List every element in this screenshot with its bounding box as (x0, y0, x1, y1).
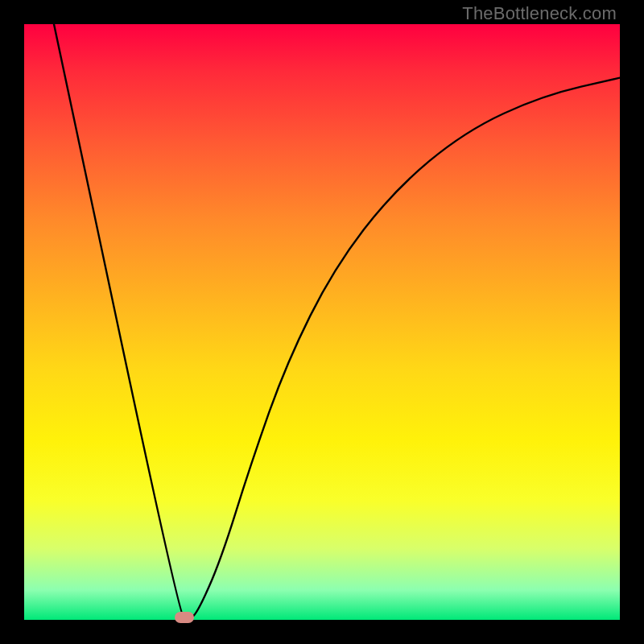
plot-area (24, 24, 620, 620)
bottleneck-curve (54, 24, 620, 618)
minimum-marker (175, 612, 194, 623)
chart-frame: TheBottleneck.com (0, 0, 644, 644)
watermark-text: TheBottleneck.com (462, 3, 617, 24)
curve-svg (24, 24, 620, 620)
